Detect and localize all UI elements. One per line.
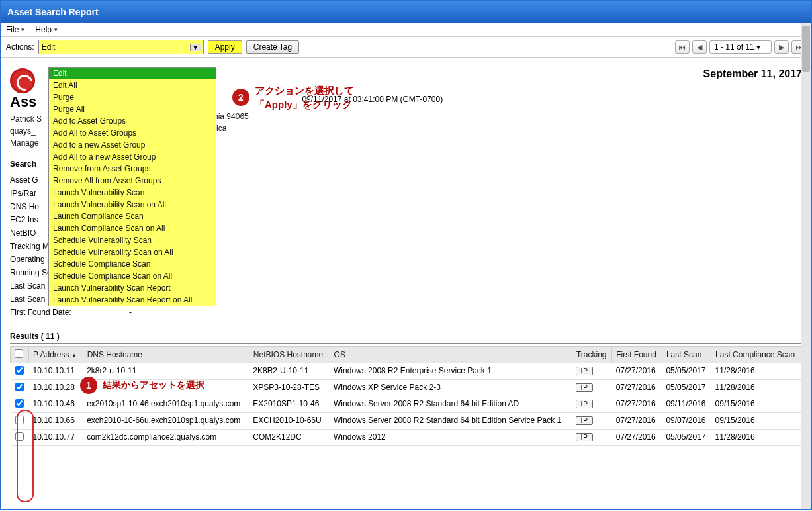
column-header[interactable]: NetBIOS Hostname <box>249 347 330 363</box>
cell-last: 09/11/2016 <box>662 396 711 413</box>
actions-option[interactable]: Remove All from Asset Groups <box>49 175 216 187</box>
tracking-badge: IP <box>576 400 592 408</box>
cell-netbios: EX2010SP1-10-46 <box>249 396 330 413</box>
cell-ip: 10.10.10.46 <box>29 396 83 413</box>
actions-option[interactable]: Add All to Asset Groups <box>49 127 216 139</box>
window-titlebar: Asset Search Report <box>1 1 811 23</box>
cell-first: 07/27/2016 <box>612 363 662 380</box>
cell-dns: exch2010-10-66u.exch2010sp1.qualys.com <box>83 413 249 430</box>
actions-option[interactable]: Schedule Compliance Scan on All <box>49 270 216 282</box>
window-title: Asset Search Report <box>7 7 99 17</box>
cell-lastpc: 09/15/2016 <box>711 413 802 430</box>
actions-option[interactable]: Edit <box>49 68 216 79</box>
row-checkbox[interactable] <box>15 383 24 391</box>
row-checkbox[interactable] <box>15 399 24 408</box>
cell-first: 07/27/2016 <box>612 380 662 396</box>
user-role: Manage <box>10 137 42 149</box>
apply-button[interactable]: Apply <box>208 40 242 54</box>
actions-option[interactable]: Launch Compliance Scan <box>49 210 216 222</box>
column-header[interactable]: Tracking <box>572 347 611 363</box>
row-checkbox[interactable] <box>15 416 24 424</box>
table-row[interactable]: 10.10.10.66exch2010-10-66u.exch2010sp1.q… <box>11 413 802 430</box>
column-header[interactable]: Last Compliance Scan <box>711 347 802 363</box>
table-row[interactable]: 10.10.10.46ex2010sp1-10-46.exch2010sp1.q… <box>11 396 802 413</box>
actions-option[interactable]: Launch Vulnerability Scan Report <box>49 282 216 294</box>
vertical-scrollbar[interactable] <box>801 23 811 509</box>
user-name: Patrick S <box>10 113 42 125</box>
callout-2-badge: 2 <box>232 89 249 106</box>
cell-os: Windows Server 2008 R2 Standard 64 bit E… <box>330 396 572 413</box>
report-title: Ass <box>10 93 36 110</box>
select-all-checkbox[interactable] <box>15 349 23 358</box>
chevron-down-icon: ▼ <box>190 44 201 51</box>
cell-tracking: IP <box>572 430 611 446</box>
actions-option[interactable]: Purge All <box>49 103 216 115</box>
toolbar: Actions: Edit ▼ Apply Create Tag ⏮ ◀ 1 -… <box>1 37 811 58</box>
criteria-row: First Found Date:- <box>10 308 802 317</box>
actions-option[interactable]: Remove from Asset Groups <box>49 163 216 175</box>
results-section-title: Results ( 11 ) <box>10 332 802 344</box>
callout-1: 1 結果からアセットを選択 <box>80 377 204 394</box>
cell-last: 05/05/2017 <box>662 363 711 380</box>
column-header[interactable]: OS <box>330 347 572 363</box>
actions-option[interactable]: Add to a new Asset Group <box>49 139 216 151</box>
addr-line-1: nia 94065 <box>214 111 703 122</box>
actions-option[interactable]: Launch Vulnerability Scan <box>49 187 216 199</box>
menu-file[interactable]: File <box>6 25 24 34</box>
cell-os: Windows 2012 <box>330 430 572 446</box>
tracking-badge: IP <box>576 416 592 425</box>
column-header[interactable] <box>11 347 29 363</box>
actions-dropdown[interactable]: EditEdit AllPurgePurge AllAdd to Asset G… <box>48 67 216 306</box>
column-header[interactable]: Last Scan <box>662 347 711 363</box>
cell-netbios: XPSP3-10-28-TES <box>249 380 330 396</box>
actions-option[interactable]: Purge <box>49 91 216 103</box>
pager-range-select[interactable]: 1 - 11 of 11 ▾ <box>709 40 772 54</box>
row-checkbox[interactable] <box>15 366 24 375</box>
actions-option[interactable]: Add to Asset Groups <box>49 115 216 127</box>
criteria-label: First Found Date: <box>10 308 129 317</box>
actions-option[interactable]: Launch Compliance Scan on All <box>49 222 216 234</box>
actions-option[interactable]: Launch Vulnerability Scan on All <box>49 199 216 210</box>
tracking-badge: IP <box>576 367 592 375</box>
report-date: September 11, 2017 <box>703 68 802 80</box>
cell-netbios: 2K8R2-U-10-11 <box>249 363 330 380</box>
actions-option[interactable]: Add All to a new Asset Group <box>49 151 216 163</box>
column-header[interactable]: DNS Hostname <box>83 347 249 363</box>
actions-option[interactable]: Schedule Compliance Scan <box>49 258 216 270</box>
table-row[interactable]: 10.10.10.77com2k12dc.compliance2.qualys.… <box>11 430 802 446</box>
column-header[interactable]: First Found <box>612 347 662 363</box>
tracking-badge: IP <box>576 383 592 392</box>
pager-next-button[interactable]: ▶ <box>774 40 789 54</box>
menubar: File Help <box>1 23 811 37</box>
menu-help[interactable]: Help <box>35 25 58 34</box>
cell-lastpc: 11/28/2016 <box>711 363 802 380</box>
cell-netbios: EXCH2010-10-66U <box>249 413 330 430</box>
actions-option[interactable]: Launch Vulnerability Scan Report on All <box>49 294 216 306</box>
cell-netbios: COM2K12DC <box>249 430 330 446</box>
cell-last: 05/05/2017 <box>662 430 711 446</box>
callout-2-line1: アクションを選択して <box>255 83 354 97</box>
cell-first: 07/27/2016 <box>612 413 662 430</box>
pager-first-button[interactable]: ⏮ <box>675 40 690 54</box>
create-tag-button[interactable]: Create Tag <box>246 40 299 54</box>
cell-first: 07/27/2016 <box>612 396 662 413</box>
cell-tracking: IP <box>572 396 611 413</box>
column-header[interactable]: P Address▲ <box>29 347 83 363</box>
cell-os: Windows 2008 R2 Enterprise Service Pack … <box>330 363 572 380</box>
tracking-badge: IP <box>576 433 592 441</box>
row-checkbox[interactable] <box>15 432 24 441</box>
pager-prev-button[interactable]: ◀ <box>692 40 707 54</box>
cell-ip: 10.10.10.77 <box>29 430 83 446</box>
actions-select[interactable]: Edit ▼ <box>38 40 204 54</box>
criteria-value: - <box>129 308 132 317</box>
scrollbar-thumb[interactable] <box>802 26 810 72</box>
cell-tracking: IP <box>572 380 611 396</box>
user-info: Patrick S quays_ Manage <box>10 113 42 149</box>
cell-last: 05/05/2017 <box>662 380 711 396</box>
actions-option[interactable]: Schedule Vulnerability Scan on All <box>49 246 216 258</box>
cell-first: 07/27/2016 <box>612 430 662 446</box>
actions-option[interactable]: Edit All <box>49 79 216 91</box>
addr-line-2: rica <box>214 122 703 134</box>
actions-option[interactable]: Schedule Vulnerability Scan <box>49 234 216 246</box>
cell-lastpc: 09/15/2016 <box>711 396 802 413</box>
